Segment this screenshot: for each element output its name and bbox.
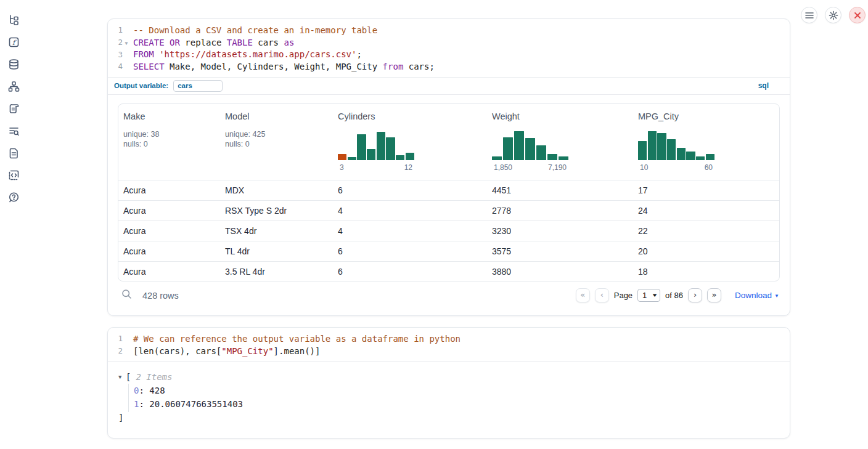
line-number: 4 [108, 62, 123, 71]
column-histogram[interactable] [492, 131, 568, 160]
histogram-bar[interactable] [536, 145, 546, 160]
column-header-weight[interactable]: Weight1,8507,190 [487, 104, 633, 180]
code-line[interactable]: 2▼CREATE OR replace TABLE cars as [108, 36, 790, 49]
code-line[interactable]: 4SELECT Make, Model, Cylinders, Weight, … [108, 60, 790, 73]
column-stats: unique: 38nulls: 0 [123, 129, 215, 149]
menu-icon[interactable] [801, 7, 817, 23]
table-cell: 18 [633, 267, 779, 277]
items-count: 2 Items [136, 372, 172, 382]
histogram-bar[interactable] [677, 148, 686, 160]
column-histogram[interactable] [638, 131, 714, 160]
row-count: 428 rows [142, 291, 179, 301]
tree-entry: 1: 20.060747663551403 [118, 397, 780, 411]
fold-icon[interactable]: ▼ [123, 39, 130, 46]
histogram-bar[interactable] [686, 152, 695, 160]
column-histogram[interactable] [338, 131, 414, 160]
table-row[interactable]: AcuraMDX6445117 [118, 180, 779, 200]
code-line[interactable]: 2[len(cars), cars["MPG_City"].mean()] [108, 345, 790, 357]
histogram-bar[interactable] [406, 153, 414, 160]
histogram-axis: 1,8507,190 [492, 163, 568, 172]
table-row[interactable]: Acura3.5 RL 4dr6388018 [118, 261, 779, 281]
code-line[interactable]: 1-- Download a CSV and create an in-memo… [108, 24, 790, 36]
table-cell: 22 [633, 226, 779, 236]
code-line[interactable]: 3FROM 'https://datasets.marimo.app/cars.… [108, 48, 790, 60]
code-text: -- Download a CSV and create an in-memor… [130, 25, 377, 35]
language-badge: sql [758, 81, 769, 90]
histogram-bar[interactable] [667, 139, 676, 160]
file-tree-icon[interactable] [7, 14, 20, 26]
database-icon[interactable] [7, 59, 20, 70]
function-icon[interactable]: f [7, 36, 20, 48]
fold-spacer [123, 54, 130, 55]
code-text: [len(cars), cars["MPG_City"].mean()] [130, 346, 320, 356]
table-cell: 3575 [487, 246, 633, 256]
histogram-bar[interactable] [367, 149, 375, 160]
histogram-bar[interactable] [357, 134, 366, 160]
scratchpad-icon[interactable] [7, 103, 20, 115]
histogram-bar[interactable] [525, 138, 535, 160]
column-header-mpg_city[interactable]: MPG_City1060 [633, 104, 779, 180]
table-cell: 3.5 RL 4dr [220, 267, 333, 277]
column-title: Model [225, 111, 328, 121]
column-header-cylinders[interactable]: Cylinders312 [333, 104, 487, 180]
table-row[interactable]: AcuraTL 4dr6357520 [118, 241, 779, 261]
fold-spacer [123, 350, 130, 352]
table-row[interactable]: AcuraRSX Type S 2dr4277824 [118, 200, 779, 220]
histogram-bar[interactable] [348, 157, 356, 160]
histogram-bar[interactable] [396, 155, 404, 160]
next-page-button[interactable]: › [688, 288, 702, 302]
table-row[interactable]: AcuraTSX 4dr4323022 [118, 220, 779, 241]
column-header-model[interactable]: Modelunique: 425nulls: 0 [220, 104, 333, 180]
help-icon[interactable] [7, 192, 20, 203]
histogram-bar[interactable] [503, 137, 513, 160]
tree-root[interactable]: ▼ [ 2 Items [118, 370, 780, 383]
close-icon[interactable] [849, 7, 866, 23]
table-cell: 6 [333, 246, 487, 256]
download-label: Download [735, 291, 772, 300]
histogram-bar[interactable] [386, 137, 395, 160]
histogram-bar[interactable] [559, 156, 568, 160]
python-code-editor[interactable]: 1# We can reference the output variable … [108, 328, 790, 361]
column-header-make[interactable]: Makeunique: 38nulls: 0 [118, 104, 220, 180]
page-of-label: of 86 [665, 291, 683, 300]
column-stats: unique: 425nulls: 0 [225, 129, 328, 149]
output-variable-input[interactable] [173, 80, 223, 92]
fold-spacer [123, 65, 130, 67]
dependency-graph-icon[interactable] [7, 81, 20, 92]
column-title: Weight [492, 111, 628, 121]
logs-search-icon[interactable] [7, 125, 20, 137]
histogram-bar[interactable] [492, 156, 502, 160]
table-cell: 17 [633, 185, 779, 195]
chevron-down-icon: ▼ [774, 292, 779, 299]
last-page-button[interactable]: » [707, 288, 721, 302]
table-header: Makeunique: 38nulls: 0Modelunique: 425nu… [118, 104, 779, 180]
page-select[interactable]: 1 ▼ [637, 289, 660, 302]
histogram-bar[interactable] [338, 154, 346, 160]
search-icon[interactable] [121, 289, 132, 302]
sql-cell: 1-- Download a CSV and create an in-memo… [107, 18, 790, 316]
download-button[interactable]: Download ▼ [735, 291, 779, 300]
histogram-bar[interactable] [514, 131, 524, 160]
document-icon[interactable] [7, 147, 20, 159]
svg-text:f: f [12, 39, 17, 47]
close-bracket: ] [118, 411, 780, 424]
code-line[interactable]: 1# We can reference the output variable … [108, 333, 790, 345]
sql-code-editor[interactable]: 1-- Download a CSV and create an in-memo… [108, 19, 790, 77]
chevron-down-icon[interactable]: ▼ [118, 374, 126, 380]
first-page-button[interactable]: « [576, 288, 590, 302]
histogram-bar[interactable] [648, 131, 657, 160]
column-title: Make [123, 111, 215, 121]
histogram-bar[interactable] [706, 154, 714, 160]
tree-entry-index: 1 [134, 399, 139, 409]
marimo-notebook: f [0, 0, 868, 449]
histogram-bar[interactable] [638, 141, 647, 160]
snippets-icon[interactable] [7, 169, 20, 181]
histogram-bar[interactable] [377, 132, 385, 160]
histogram-bar[interactable] [657, 133, 666, 160]
table-footer: 428 rows « ‹ Page 1 ▼ of 86 › » Download… [108, 281, 790, 310]
prev-page-button[interactable]: ‹ [595, 288, 609, 302]
histogram-bar[interactable] [547, 154, 557, 160]
histogram-bar[interactable] [696, 156, 705, 160]
gear-icon[interactable] [825, 7, 841, 23]
histogram-axis: 312 [338, 163, 414, 172]
